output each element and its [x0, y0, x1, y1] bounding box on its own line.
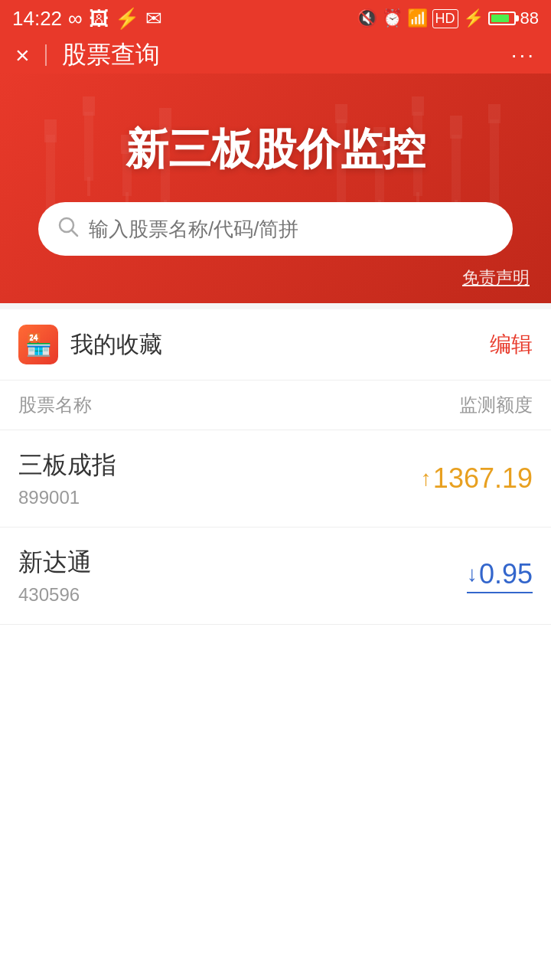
down-arrow-icon: ↓ — [467, 562, 478, 586]
table-row[interactable]: 三板成指 899001 ↑ 1367.19 — [0, 430, 551, 528]
price-display: ↑ 1367.19 — [421, 462, 533, 495]
price-display: ↓ 0.95 — [467, 558, 533, 593]
hero-banner: 新三板股价监控 免责声明 — [0, 74, 551, 303]
battery-level: 88 — [520, 8, 539, 28]
svg-rect-5 — [87, 177, 90, 196]
favorites-title: 我的收藏 — [70, 329, 490, 361]
alarm-icon: ⏰ — [382, 8, 403, 28]
content-area — [0, 625, 551, 980]
page-title: 股票查询 — [62, 38, 511, 72]
svg-rect-22 — [450, 116, 462, 139]
search-bar[interactable] — [38, 202, 513, 256]
time-display: 14:22 — [12, 7, 62, 31]
edit-button[interactable]: 编辑 — [490, 330, 533, 359]
more-button[interactable]: ··· — [511, 43, 536, 67]
battery-fill — [491, 15, 510, 22]
svg-line-28 — [72, 230, 77, 236]
hero-title: 新三板股价监控 — [126, 121, 425, 179]
battery-display: 88 — [488, 8, 539, 28]
svg-rect-1 — [44, 119, 57, 142]
usb-icon: ⚡ — [115, 7, 139, 31]
favorites-header: 🏪 我的收藏 编辑 — [0, 309, 551, 381]
bolt-icon: ⚡ — [463, 8, 484, 28]
header-divider — [45, 44, 47, 66]
status-bar: 14:22 ∞ 🖼 ⚡ ✉ 🔇 ⏰ 📶 HD ⚡ 88 — [0, 0, 551, 37]
infinite-icon: ∞ — [68, 7, 83, 31]
svg-rect-24 — [490, 119, 499, 211]
battery-icon — [488, 11, 516, 25]
svg-rect-25 — [488, 104, 500, 123]
disclaimer-link[interactable]: 免责声明 — [462, 266, 530, 289]
stock-info-left: 新达通 430596 — [18, 546, 467, 606]
hd-icon: HD — [432, 9, 458, 28]
stock-name: 三板成指 — [18, 449, 421, 482]
search-input[interactable] — [89, 217, 494, 241]
column-name-header: 股票名称 — [18, 393, 459, 417]
stock-code: 899001 — [18, 487, 421, 508]
table-row[interactable]: 新达通 430596 ↓ 0.95 — [0, 528, 551, 625]
close-button[interactable]: × — [15, 41, 30, 70]
svg-rect-3 — [84, 112, 93, 181]
envelope-icon: ✉ — [145, 7, 162, 31]
status-right: 🔇 ⏰ 📶 HD ⚡ 88 — [357, 8, 539, 28]
svg-rect-4 — [83, 96, 95, 116]
up-arrow-icon: ↑ — [421, 466, 432, 491]
column-monitor-header: 监测额度 — [459, 393, 533, 417]
stock-name: 新达通 — [18, 546, 467, 580]
stock-price-right: ↓ 0.95 — [467, 558, 533, 593]
store-emoji: 🏪 — [25, 332, 52, 358]
stock-price-right: ↑ 1367.19 — [421, 462, 533, 495]
stock-code: 430596 — [18, 584, 467, 606]
header: × 股票查询 ··· — [0, 37, 551, 74]
search-icon — [57, 215, 80, 243]
table-header: 股票名称 监测额度 — [0, 381, 551, 430]
price-value: 1367.19 — [433, 462, 533, 495]
svg-rect-19 — [412, 96, 424, 116]
stocks-table: 股票名称 监测额度 三板成指 899001 ↑ 1367.19 新达通 4305… — [0, 381, 551, 625]
image-icon: 🖼 — [89, 7, 109, 31]
svg-rect-21 — [452, 135, 461, 204]
stock-info-left: 三板成指 899001 — [18, 449, 421, 508]
signal-icon: 📶 — [407, 8, 428, 28]
mute-icon: 🔇 — [357, 8, 377, 28]
status-left: 14:22 ∞ 🖼 ⚡ ✉ — [12, 7, 162, 31]
favorites-icon: 🏪 — [18, 325, 58, 364]
price-value: 0.95 — [479, 558, 533, 590]
